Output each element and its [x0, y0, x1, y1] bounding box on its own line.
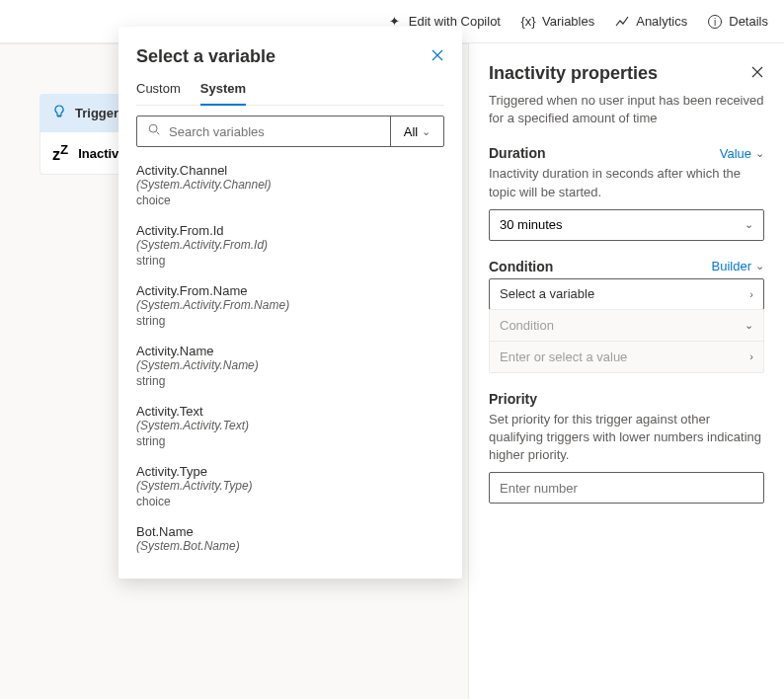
topbar-label: Analytics	[636, 14, 687, 29]
variable-path: (System.Activity.Text)	[136, 419, 438, 432]
variable-item[interactable]: Activity.Name (System.Activity.Name) str…	[136, 338, 438, 398]
trigger-label: Trigger	[75, 106, 118, 120]
variable-tabs: Custom System	[136, 81, 444, 106]
analytics-button[interactable]: Analytics	[614, 14, 687, 30]
tab-custom[interactable]: Custom	[136, 81, 181, 105]
variable-type: string	[136, 374, 438, 388]
variable-path: (System.Activity.From.Name)	[136, 298, 438, 312]
type-filter-dropdown[interactable]: All ⌄	[390, 116, 443, 146]
duration-value: 30 minutes	[500, 217, 563, 232]
chevron-down-icon: ⌄	[745, 218, 753, 231]
variable-name: Activity.From.Id	[136, 223, 438, 238]
panel-title: Inactivity properties	[489, 63, 658, 84]
variable-path: (System.Activity.Channel)	[136, 178, 438, 192]
variable-item[interactable]: Activity.From.Name (System.Activity.From…	[136, 277, 438, 338]
condition-section: Condition Builder ⌄ Select a variable › …	[489, 259, 764, 373]
variable-item[interactable]: Activity.Type (System.Activity.Type) cho…	[136, 458, 438, 518]
variable-path: (System.Bot.Name)	[136, 539, 438, 553]
svg-text:i: i	[714, 17, 716, 28]
duration-dropdown[interactable]: 30 minutes ⌄	[489, 209, 764, 241]
topbar-label: Variables	[542, 14, 594, 29]
variable-name: Activity.Type	[136, 464, 438, 479]
close-icon[interactable]	[750, 65, 764, 83]
variable-type: string	[136, 434, 438, 448]
section-title: Condition	[489, 259, 553, 274]
placeholder: Select a variable	[500, 286, 594, 301]
lightbulb-icon	[51, 104, 67, 122]
condition-value-field[interactable]: Enter or select a value ›	[490, 341, 763, 372]
builder-mode-link[interactable]: Builder ⌄	[712, 259, 764, 273]
priority-section: Priority Set priority for this trigger a…	[489, 391, 764, 505]
details-button[interactable]: i Details	[707, 14, 768, 30]
chevron-down-icon: ⌄	[755, 260, 764, 272]
svg-point-2	[149, 124, 157, 132]
section-desc: Inactivity duration in seconds after whi…	[489, 165, 764, 200]
popup-title: Select a variable	[136, 46, 275, 67]
variables-icon: {x}	[520, 14, 536, 30]
variable-item[interactable]: Activity.Channel (System.Activity.Channe…	[136, 157, 438, 217]
variable-type: string	[136, 254, 438, 268]
info-icon: i	[707, 14, 723, 30]
variable-name: Activity.From.Name	[136, 283, 438, 298]
condition-builder: Select a variable › Condition ⌄ Enter or…	[489, 278, 764, 373]
variable-name: Activity.Text	[136, 404, 438, 419]
placeholder: Enter or select a value	[500, 350, 627, 364]
value-mode-link[interactable]: Value ⌄	[720, 146, 764, 161]
priority-input[interactable]	[489, 472, 764, 504]
variable-item[interactable]: Activity.From.Id (System.Activity.From.I…	[136, 217, 438, 277]
topbar-label: Details	[729, 14, 768, 29]
variable-type: choice	[136, 495, 438, 508]
placeholder: Condition	[500, 318, 554, 333]
panel-subtitle: Triggered when no user input has been re…	[489, 92, 764, 127]
variable-path: (System.Activity.Type)	[136, 479, 438, 493]
section-title: Priority	[489, 391, 537, 407]
variable-name: Bot.Name	[136, 524, 438, 539]
variable-picker-popup: Select a variable Custom System All ⌄ Ac…	[118, 27, 462, 579]
priority-text-input[interactable]	[500, 481, 753, 496]
chevron-down-icon: ⌄	[422, 125, 431, 138]
variable-name: Activity.Channel	[136, 163, 438, 178]
variable-path: (System.Activity.Name)	[136, 358, 438, 372]
search-icon	[147, 122, 161, 140]
filter-label: All	[404, 124, 418, 139]
variable-type: choice	[136, 194, 438, 207]
search-input[interactable]	[169, 124, 380, 139]
section-desc: Set priority for this trigger against ot…	[489, 411, 764, 465]
close-icon[interactable]	[431, 48, 444, 66]
search-row: All ⌄	[136, 116, 444, 147]
tab-system[interactable]: System	[200, 81, 246, 106]
variable-type: string	[136, 314, 438, 328]
variable-list[interactable]: Activity.Channel (System.Activity.Channe…	[136, 157, 444, 565]
sleep-icon: zZ	[52, 142, 68, 164]
condition-operator-dropdown[interactable]: Condition ⌄	[490, 309, 763, 341]
variable-name: Activity.Name	[136, 344, 438, 358]
properties-panel: Inactivity properties Triggered when no …	[468, 43, 784, 699]
section-title: Duration	[489, 145, 546, 161]
chevron-down-icon: ⌄	[745, 319, 753, 332]
variable-item[interactable]: Activity.Text (System.Activity.Text) str…	[136, 398, 438, 458]
select-variable-dropdown[interactable]: Select a variable ›	[489, 278, 764, 310]
variables-button[interactable]: {x} Variables	[520, 14, 594, 30]
chevron-right-icon: ›	[749, 288, 753, 300]
variable-path: (System.Activity.From.Id)	[136, 238, 438, 252]
chevron-right-icon: ›	[749, 350, 753, 362]
variable-item[interactable]: Bot.Name (System.Bot.Name)	[136, 518, 438, 565]
analytics-icon	[614, 14, 630, 30]
chevron-down-icon: ⌄	[755, 147, 764, 160]
duration-section: Duration Value ⌄ Inactivity duration in …	[489, 145, 764, 240]
search-box[interactable]	[137, 116, 390, 146]
